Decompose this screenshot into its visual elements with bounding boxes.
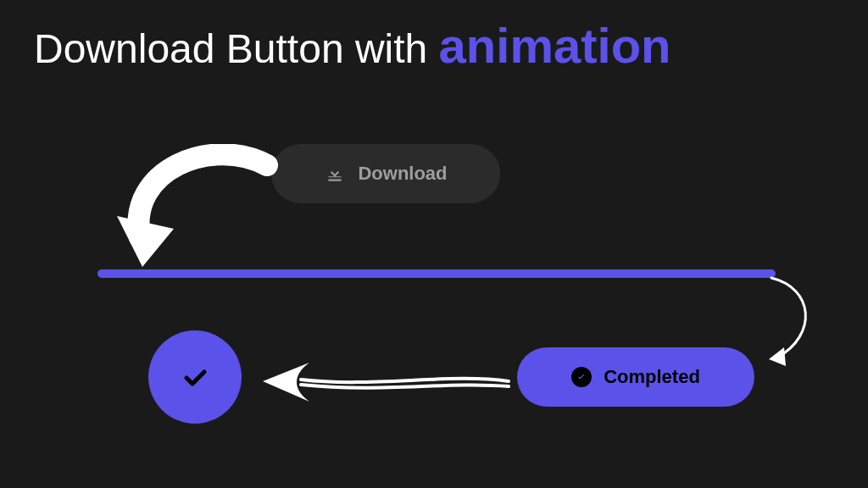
download-icon (324, 163, 346, 185)
arrow-progress-to-completed (759, 271, 826, 373)
download-button-label: Download (358, 163, 447, 185)
arrow-download-to-progress (102, 144, 297, 275)
check-icon (178, 360, 212, 394)
completed-button-label: Completed (604, 366, 700, 388)
download-button[interactable]: Download (271, 144, 500, 203)
arrow-completed-to-circle (254, 356, 517, 415)
success-circle-button[interactable] (148, 330, 242, 424)
check-circle-icon (571, 367, 592, 387)
progress-bar (97, 269, 776, 278)
diagram-stage: Download Completed (0, 0, 868, 488)
completed-button[interactable]: Completed (517, 347, 754, 407)
